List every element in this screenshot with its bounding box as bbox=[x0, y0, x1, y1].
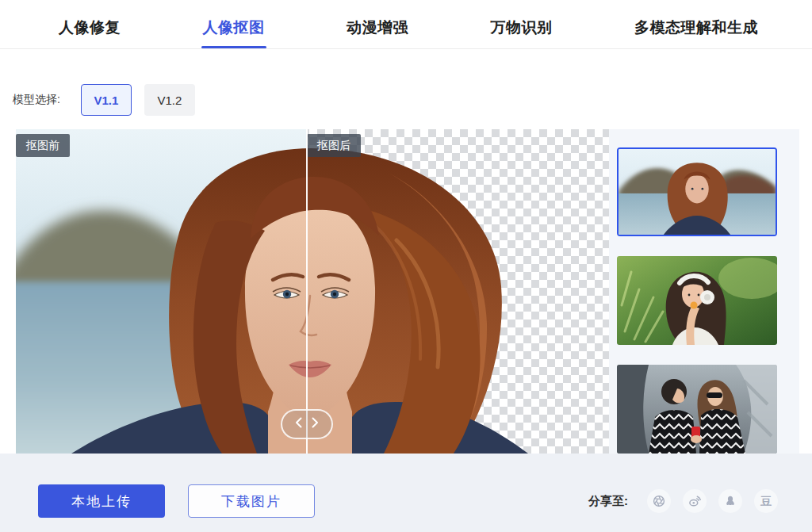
local-upload-button[interactable]: 本地上传 bbox=[38, 484, 165, 518]
thumbnail-friends-red-cup-image bbox=[617, 365, 777, 454]
comparison-slider-handle[interactable] bbox=[281, 409, 333, 439]
thumbnail-friends-red-cup[interactable] bbox=[617, 365, 777, 454]
douban-icon[interactable]: 豆 bbox=[754, 489, 778, 513]
weibo-icon[interactable] bbox=[683, 489, 707, 513]
before-label-badge: 抠图前 bbox=[16, 134, 70, 157]
tab-bar: 人像修复 人像抠图 动漫增强 万物识别 多模态理解和生成 bbox=[0, 0, 812, 49]
chevron-right-icon bbox=[312, 417, 319, 431]
tab-object-recognition[interactable]: 万物识别 bbox=[489, 17, 554, 48]
tab-portrait-matting[interactable]: 人像抠图 bbox=[201, 17, 266, 48]
comparison-divider[interactable] bbox=[306, 129, 308, 454]
tab-multimodal[interactable]: 多模态理解和生成 bbox=[633, 17, 760, 48]
share-row: 分享至: bbox=[588, 489, 778, 513]
model-select-row: 模型选择: V1.1 V1.2 bbox=[13, 84, 195, 116]
thumbnail-lake-portrait-image bbox=[619, 149, 776, 235]
thumbnail-girl-headphones-image bbox=[617, 256, 777, 345]
after-label-badge: 抠图后 bbox=[307, 134, 361, 157]
thumbnail-lake-portrait[interactable] bbox=[617, 147, 777, 236]
share-to-label: 分享至: bbox=[588, 494, 628, 509]
aperture-icon[interactable] bbox=[647, 489, 671, 513]
chevron-left-icon bbox=[295, 417, 302, 431]
thumbnail-girl-headphones[interactable] bbox=[617, 256, 777, 345]
download-image-button[interactable]: 下载图片 bbox=[188, 484, 315, 518]
model-option-v1-2[interactable]: V1.2 bbox=[144, 84, 195, 116]
tab-portrait-restore[interactable]: 人像修复 bbox=[57, 17, 122, 48]
tab-anime-enhance[interactable]: 动漫增强 bbox=[345, 17, 410, 48]
qq-icon[interactable] bbox=[718, 489, 742, 513]
before-after-photo bbox=[16, 129, 609, 454]
sample-thumbnails bbox=[617, 147, 777, 454]
model-select-label: 模型选择: bbox=[13, 93, 60, 107]
douban-glyph: 豆 bbox=[760, 496, 772, 507]
app: 人像修复 人像抠图 动漫增强 万物识别 多模态理解和生成 模型选择: V1.1 … bbox=[0, 0, 812, 532]
comparison-viewer: 抠图前 抠图后 bbox=[16, 129, 609, 454]
model-option-v1-1[interactable]: V1.1 bbox=[81, 84, 132, 116]
